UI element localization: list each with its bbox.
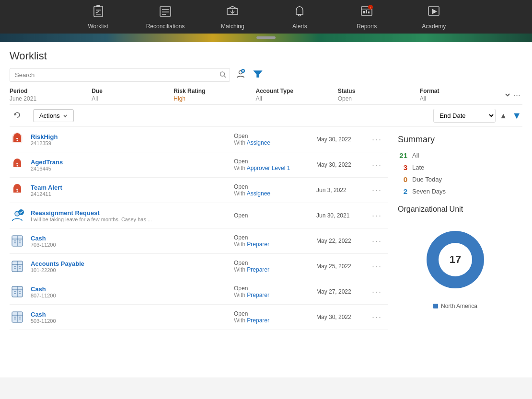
status-label: Status bbox=[338, 88, 420, 94]
item-status-text-6: Open bbox=[234, 260, 311, 266]
item-more-7[interactable]: ··· bbox=[370, 287, 384, 297]
alert-item-icon bbox=[10, 132, 25, 147]
summary-duetoday-count: 0 bbox=[398, 175, 407, 183]
nav-academy[interactable]: Academy bbox=[415, 5, 453, 30]
summary-panel: Summary 21 All 3 Late 0 Due Today 2 Seve… bbox=[388, 127, 522, 377]
item-status-4: Open bbox=[234, 212, 311, 219]
banner-handle[interactable] bbox=[256, 36, 276, 39]
format-value: All bbox=[420, 95, 502, 102]
item-status-text-5: Open bbox=[234, 234, 311, 241]
summary-all-count: 21 bbox=[398, 151, 407, 160]
item-id-8: 503-11200 bbox=[31, 318, 228, 324]
svg-point-21 bbox=[220, 72, 225, 76]
summary-title: Summary bbox=[398, 135, 513, 145]
item-more-8[interactable]: ··· bbox=[370, 312, 384, 322]
svg-rect-16 bbox=[368, 11, 370, 13]
period-value: June 2021 bbox=[10, 95, 92, 102]
svg-rect-14 bbox=[363, 11, 365, 13]
search-icon[interactable] bbox=[220, 71, 226, 79]
filter-account-type[interactable]: Account Type All bbox=[256, 88, 338, 102]
expand-filters-button[interactable]: ··· bbox=[502, 90, 522, 100]
due-label: Due bbox=[92, 88, 173, 94]
item-id-3: 2412411 bbox=[31, 191, 228, 197]
item-more-3[interactable]: ··· bbox=[370, 185, 384, 195]
filter-period[interactable]: Period June 2021 bbox=[10, 88, 92, 102]
filter-risk[interactable]: Risk Rating High bbox=[173, 88, 255, 102]
item-main-2: AgedTrans 2416445 bbox=[31, 159, 228, 171]
sort-ascending-button[interactable]: ▲ bbox=[498, 111, 508, 121]
list-item: Team Alert 2412411 Open With Assignee Ju… bbox=[10, 178, 388, 203]
filter-due[interactable]: Due All bbox=[92, 88, 173, 102]
search-input[interactable] bbox=[10, 68, 230, 82]
nav-reconciliations[interactable]: Reconciliations bbox=[146, 5, 185, 30]
list-item: Accounts Payable 101-22200 Open With Pre… bbox=[10, 254, 388, 279]
sort-descending-button[interactable]: ▼ bbox=[511, 109, 522, 122]
item-main-4: Reassignment Request I will be taking le… bbox=[31, 209, 228, 222]
item-more-2[interactable]: ··· bbox=[370, 160, 384, 170]
item-status-text-2: Open bbox=[234, 158, 311, 165]
item-status-text-7: Open bbox=[234, 285, 311, 292]
item-assignee-2: With Approver Level 1 bbox=[234, 165, 311, 171]
user-filter-icon[interactable] bbox=[234, 68, 247, 82]
matching-icon bbox=[226, 5, 239, 20]
item-date-3: Jun 3, 2022 bbox=[316, 187, 364, 194]
item-status-text-3: Open bbox=[234, 183, 311, 190]
list-item: AgedTrans 2416445 Open With Approver Lev… bbox=[10, 152, 388, 178]
svg-rect-32 bbox=[16, 189, 18, 190]
bell-icon bbox=[293, 5, 306, 20]
nav-matching[interactable]: Matching bbox=[213, 5, 252, 30]
actions-label: Actions bbox=[39, 112, 60, 119]
ledger-item-icon bbox=[10, 284, 25, 299]
nav-reports-label: Reports bbox=[357, 23, 377, 30]
item-name-1[interactable]: RiskHigh bbox=[31, 133, 228, 140]
nav-worklist-label: Worklist bbox=[88, 23, 108, 30]
summary-duetoday-label: Due Today bbox=[412, 176, 442, 183]
filter-format[interactable]: Format All bbox=[420, 88, 502, 102]
more-filters-dots: ··· bbox=[513, 90, 520, 100]
item-name-3[interactable]: Team Alert bbox=[31, 184, 228, 191]
item-more-5[interactable]: ··· bbox=[370, 236, 384, 246]
item-name-2[interactable]: AgedTrans bbox=[31, 159, 228, 166]
item-name-5[interactable]: Cash bbox=[31, 235, 228, 242]
summary-sevendays-count: 2 bbox=[398, 187, 407, 195]
filter-icon[interactable] bbox=[251, 68, 265, 82]
item-assignee-3: With Assignee bbox=[234, 190, 311, 197]
list-icon bbox=[159, 5, 172, 20]
nav-reports[interactable]: ! Reports bbox=[347, 5, 386, 30]
risk-value: High bbox=[173, 95, 255, 102]
two-panel-layout: RiskHigh 2412359 Open With Assignee May … bbox=[10, 127, 522, 377]
nav-worklist[interactable]: Worklist bbox=[79, 5, 117, 30]
item-date-4: Jun 30, 2021 bbox=[316, 212, 364, 219]
summary-all-row[interactable]: 21 All bbox=[398, 151, 513, 160]
summary-duetoday-row[interactable]: 0 Due Today bbox=[398, 175, 513, 183]
sort-select[interactable]: End Date Start Date Name Risk Rating bbox=[433, 109, 496, 123]
item-status-text-1: Open bbox=[234, 133, 311, 139]
item-name-4[interactable]: Reassignment Request bbox=[31, 209, 228, 217]
filter-status[interactable]: Status Open bbox=[338, 88, 420, 102]
item-name-7[interactable]: Cash bbox=[31, 285, 228, 293]
item-status-7: Open With Preparer bbox=[234, 285, 311, 298]
worklist-panel: RiskHigh 2412359 Open With Assignee May … bbox=[10, 127, 388, 377]
item-date-6: May 25, 2022 bbox=[316, 263, 364, 270]
nav-alerts[interactable]: Alerts bbox=[280, 5, 319, 30]
reset-button[interactable] bbox=[10, 109, 25, 123]
item-more-1[interactable]: ··· bbox=[370, 135, 384, 145]
sort-controls: End Date Start Date Name Risk Rating ▲ ▼ bbox=[433, 109, 522, 123]
item-date-7: May 27, 2022 bbox=[316, 288, 364, 295]
alert-item-icon bbox=[10, 157, 25, 172]
toolbar-divider bbox=[29, 110, 29, 122]
page-title: Worklist bbox=[10, 50, 522, 62]
donut-center-value: 17 bbox=[450, 253, 461, 266]
item-date-2: May 30, 2022 bbox=[316, 161, 364, 168]
item-id-1: 2412359 bbox=[31, 140, 228, 146]
status-value: Open bbox=[338, 95, 420, 102]
summary-sevendays-row[interactable]: 2 Seven Days bbox=[398, 187, 513, 195]
list-item: RiskHigh 2412359 Open With Assignee May … bbox=[10, 127, 388, 152]
summary-late-row[interactable]: 3 Late bbox=[398, 163, 513, 171]
item-name-8[interactable]: Cash bbox=[31, 311, 228, 318]
item-more-6[interactable]: ··· bbox=[370, 262, 384, 272]
item-more-4[interactable]: ··· bbox=[370, 211, 384, 221]
actions-button[interactable]: Actions bbox=[33, 109, 74, 122]
item-name-6[interactable]: Accounts Payable bbox=[31, 260, 228, 267]
item-status-3: Open With Assignee bbox=[234, 183, 311, 197]
